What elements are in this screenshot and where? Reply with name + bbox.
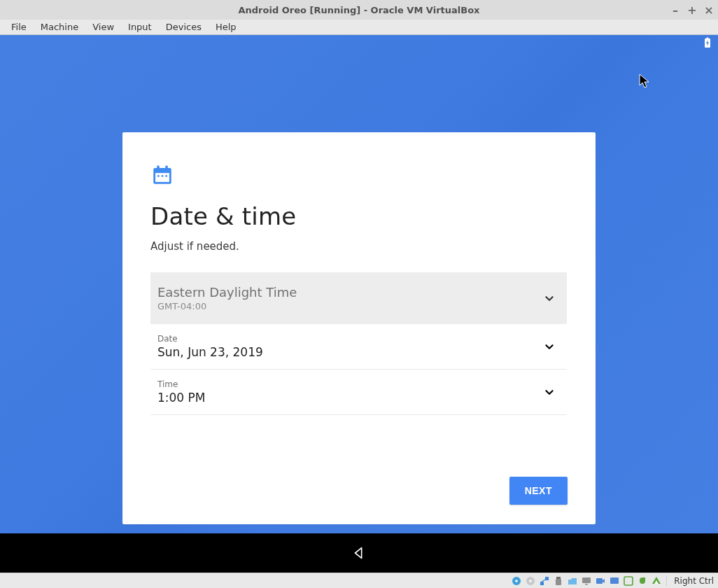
svg-rect-21: [610, 578, 619, 584]
battery-charging-icon: [704, 37, 711, 48]
nav-back-icon[interactable]: [351, 545, 367, 561]
shared-folders-icon[interactable]: [567, 575, 578, 587]
vm-display[interactable]: Date & time Adjust if needed. Eastern Da…: [0, 35, 718, 573]
menu-file[interactable]: File: [4, 20, 34, 34]
svg-point-9: [165, 175, 167, 177]
virtualbox-status-bar: Right Ctrl: [0, 573, 718, 588]
svg-rect-18: [582, 578, 591, 583]
svg-rect-19: [585, 584, 588, 585]
svg-rect-22: [624, 577, 633, 585]
chevron-down-icon: [542, 290, 557, 306]
date-selector[interactable]: Date Sun, Jun 23, 2019: [150, 324, 567, 370]
display-config-icon[interactable]: [609, 575, 620, 587]
time-selector[interactable]: Time 1:00 PM: [150, 370, 567, 415]
timezone-name: Eastern Daylight Time: [157, 285, 297, 300]
svg-rect-1: [707, 38, 709, 39]
hard-disk-icon[interactable]: [511, 575, 522, 587]
date-value: Sun, Jun 23, 2019: [157, 345, 263, 359]
svg-point-11: [515, 580, 518, 582]
window-close-button[interactable]: ×: [704, 5, 714, 15]
mouse-integration-icon[interactable]: [637, 575, 648, 587]
svg-rect-16: [556, 577, 561, 579]
time-value: 1:00 PM: [157, 391, 206, 405]
menu-input[interactable]: Input: [121, 20, 159, 34]
menu-devices[interactable]: Devices: [159, 20, 209, 34]
svg-rect-20: [596, 578, 603, 584]
calendar-icon: [150, 163, 174, 187]
date-time-setup-card: Date & time Adjust if needed. Eastern Da…: [122, 132, 596, 524]
menu-machine[interactable]: Machine: [34, 20, 85, 34]
android-status-bar: [0, 35, 718, 50]
svg-rect-5: [157, 166, 160, 170]
window-title: Android Oreo [Running] - Oracle VM Virtu…: [0, 5, 718, 15]
timezone-selector[interactable]: Eastern Daylight Time GMT-04:00: [150, 272, 567, 324]
usb-icon[interactable]: [553, 575, 564, 587]
time-label: Time: [157, 379, 206, 389]
date-label: Date: [157, 334, 263, 344]
chevron-down-icon: [542, 384, 557, 400]
network-icon[interactable]: [539, 575, 550, 587]
menu-help[interactable]: Help: [209, 20, 244, 34]
android-nav-bar: [0, 533, 718, 573]
svg-rect-14: [540, 582, 544, 585]
page-subtitle: Adjust if needed.: [150, 240, 568, 253]
host-key-label[interactable]: Right Ctrl: [674, 576, 714, 586]
svg-rect-4: [155, 173, 169, 182]
page-title: Date & time: [150, 202, 568, 230]
window-minimize-button[interactable]: –: [670, 5, 680, 15]
svg-rect-17: [556, 579, 561, 585]
svg-point-7: [157, 175, 160, 177]
menubar: File Machine View Input Devices Help: [0, 20, 718, 35]
audio-icon[interactable]: [623, 575, 634, 587]
svg-rect-6: [165, 166, 168, 170]
recording-icon[interactable]: [595, 575, 606, 587]
next-button[interactable]: NEXT: [509, 477, 568, 505]
chevron-down-icon: [542, 339, 557, 354]
window-maximize-button[interactable]: +: [687, 5, 697, 15]
timezone-offset: GMT-04:00: [157, 301, 297, 312]
menu-view[interactable]: View: [85, 20, 121, 34]
svg-point-8: [162, 175, 164, 177]
svg-point-13: [529, 580, 532, 582]
display-icon[interactable]: [581, 575, 592, 587]
keyboard-captured-icon[interactable]: [651, 575, 662, 587]
window-titlebar: Android Oreo [Running] - Oracle VM Virtu…: [0, 0, 718, 20]
status-separator: [666, 575, 667, 587]
optical-disk-icon[interactable]: [525, 575, 536, 587]
